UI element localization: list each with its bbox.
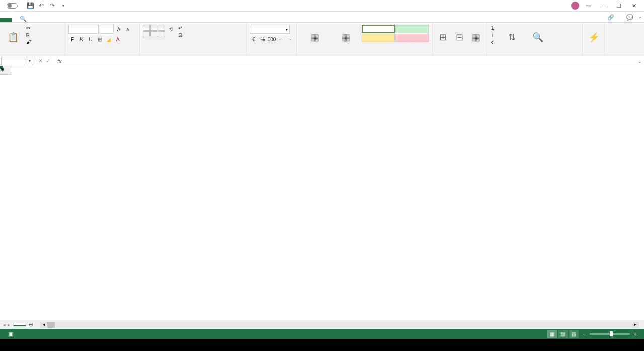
- accept-formula-icon[interactable]: ✓: [46, 58, 50, 64]
- sort-filter-button[interactable]: ⇅: [500, 25, 524, 51]
- zoom-out-button[interactable]: −: [583, 331, 586, 337]
- style-neutral[interactable]: [362, 34, 395, 42]
- underline-button[interactable]: U: [87, 35, 95, 43]
- autosum-button[interactable]: Σ: [490, 25, 498, 31]
- scroll-left-button[interactable]: ◂: [40, 322, 47, 328]
- zoom-in-button[interactable]: +: [634, 331, 637, 337]
- cancel-formula-icon[interactable]: ✕: [38, 58, 43, 64]
- search-input[interactable]: [29, 16, 69, 22]
- add-sheet-button[interactable]: ⊕: [26, 321, 35, 328]
- delete-cells-button[interactable]: ⊟: [452, 25, 467, 51]
- conditional-formatting-button[interactable]: ▦: [300, 25, 330, 51]
- fill-color-button[interactable]: ◢: [105, 35, 113, 43]
- insert-cells-button[interactable]: ⊞: [436, 25, 450, 51]
- style-schlecht[interactable]: [395, 34, 429, 42]
- fill-button[interactable]: ↓: [490, 32, 498, 38]
- decrease-decimal-button[interactable]: →: [286, 35, 294, 43]
- wrap-text-button[interactable]: ↵: [177, 25, 185, 31]
- collapse-ribbon-icon[interactable]: ˄: [639, 16, 642, 23]
- sheet-tab[interactable]: [13, 323, 26, 326]
- ideas-button[interactable]: ⚡: [586, 25, 601, 51]
- increase-decimal-button[interactable]: ←: [277, 35, 285, 43]
- macro-record-icon[interactable]: ▣: [8, 331, 13, 337]
- minimize-button[interactable]: ─: [596, 1, 611, 11]
- fx-icon[interactable]: fx: [55, 58, 64, 64]
- format-as-table-button[interactable]: ▦: [332, 25, 360, 51]
- name-box[interactable]: [1, 57, 25, 65]
- align-top-left[interactable]: [143, 25, 150, 31]
- italic-button[interactable]: K: [77, 35, 86, 43]
- align-top-right[interactable]: [158, 25, 165, 31]
- ribbon-display-icon[interactable]: ▭: [584, 2, 591, 9]
- maximize-button[interactable]: ☐: [611, 1, 626, 11]
- number-format-select[interactable]: ▾: [250, 25, 290, 34]
- name-box-dropdown[interactable]: ▾: [26, 57, 33, 65]
- share-button[interactable]: 🔗: [603, 13, 620, 22]
- sheet-nav-last[interactable]: ▸: [8, 322, 10, 327]
- comments-button[interactable]: 💬: [622, 13, 639, 22]
- merge-button[interactable]: ⊟: [177, 32, 185, 38]
- style-gut[interactable]: [395, 25, 429, 33]
- autosave-toggle[interactable]: [7, 3, 18, 9]
- expand-formula-icon[interactable]: ⌄: [636, 59, 644, 64]
- avatar[interactable]: [571, 2, 579, 10]
- cut-button[interactable]: ✂: [25, 25, 34, 31]
- currency-button[interactable]: €: [250, 35, 258, 43]
- tab-file[interactable]: [0, 18, 12, 22]
- percent-button[interactable]: %: [259, 35, 267, 43]
- zoom-slider[interactable]: [590, 333, 630, 335]
- formula-input[interactable]: [64, 57, 636, 65]
- scroll-right-button[interactable]: ▸: [632, 322, 639, 328]
- horizontal-scrollbar[interactable]: [47, 322, 632, 328]
- clear-button[interactable]: ◇: [490, 39, 498, 45]
- format-cells-button[interactable]: ▦: [469, 25, 484, 51]
- border-button[interactable]: ⊞: [96, 35, 104, 43]
- align-top-center[interactable]: [150, 25, 157, 31]
- search-icon: 🔍: [20, 16, 27, 22]
- orientation-button[interactable]: ⟲: [167, 25, 175, 33]
- redo-icon[interactable]: ↷: [49, 2, 56, 9]
- save-icon[interactable]: 💾: [27, 2, 34, 9]
- select-all-corner[interactable]: [0, 66, 11, 75]
- increase-font-icon[interactable]: A: [115, 25, 123, 33]
- view-page-break-button[interactable]: ▥: [569, 330, 579, 338]
- align-mid-left[interactable]: [143, 31, 150, 37]
- align-mid-right[interactable]: [158, 31, 165, 37]
- view-page-layout-button[interactable]: ▤: [558, 330, 568, 338]
- font-color-button[interactable]: A: [114, 35, 122, 43]
- decrease-font-icon[interactable]: A: [124, 25, 132, 33]
- copy-button[interactable]: ⎘: [25, 32, 34, 38]
- font-size-select[interactable]: [100, 25, 114, 34]
- view-normal-button[interactable]: ▦: [547, 330, 557, 338]
- align-mid-center[interactable]: [150, 31, 157, 37]
- bold-button[interactable]: F: [68, 35, 76, 43]
- paste-button[interactable]: 📋: [3, 25, 23, 51]
- qat-customize-icon[interactable]: ▾: [60, 2, 67, 9]
- style-standard[interactable]: [362, 25, 395, 33]
- sheet-nav-first[interactable]: ◂: [3, 322, 6, 327]
- close-button[interactable]: ✕: [626, 1, 641, 11]
- find-select-button[interactable]: 🔍: [526, 25, 550, 51]
- ribbon: 📋 ✂ ⎘ 🖌 A A F K U ⊞ ◢ A: [0, 23, 644, 56]
- font-name-select[interactable]: [68, 25, 99, 34]
- format-painter-button[interactable]: 🖌: [25, 39, 34, 45]
- comma-button[interactable]: 000: [268, 35, 276, 43]
- undo-icon[interactable]: ↶: [38, 2, 45, 9]
- ribbon-tabs: 🔍 🔗 💬: [0, 12, 644, 23]
